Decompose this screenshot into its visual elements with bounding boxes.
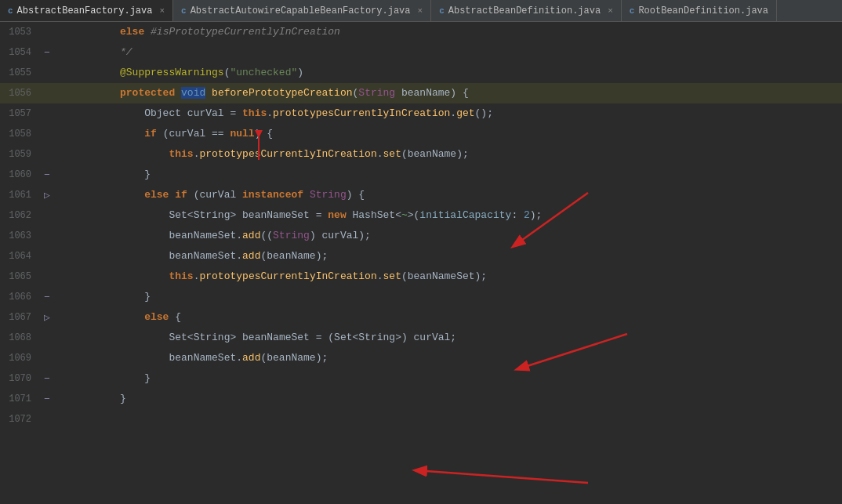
line-number: 1068: [0, 332, 39, 343]
tab-root-bean-definition[interactable]: c RootBeanDefinition.java: [622, 0, 777, 21]
tab-label-2: AbstractBeanDefinition.java: [448, 5, 601, 16]
tab-icon-1: c: [181, 6, 187, 16]
tab-bar: c AbstractBeanFactory.java × c AbstractA…: [0, 0, 842, 22]
tab-close-0[interactable]: ×: [159, 6, 165, 16]
line-number: 1057: [0, 108, 39, 119]
line-number: 1060: [0, 169, 39, 180]
table-row: 1071 − }: [0, 389, 842, 409]
tab-abstract-bean-definition[interactable]: c AbstractBeanDefinition.java ×: [431, 0, 622, 21]
tab-icon-3: c: [630, 6, 635, 16]
line-number: 1069: [0, 353, 39, 364]
gutter-icon: ▷: [39, 311, 55, 324]
tab-icon-0: c: [8, 6, 13, 16]
line-number: 1065: [0, 271, 39, 282]
line-number: 1063: [0, 230, 39, 241]
line-number: 1062: [0, 210, 39, 221]
tab-close-2[interactable]: ×: [608, 6, 613, 16]
svg-line-3: [416, 470, 588, 483]
gutter-icon: −: [39, 373, 55, 385]
line-number: 1066: [0, 292, 39, 303]
gutter-icon: −: [39, 47, 55, 59]
line-number: 1072: [0, 414, 39, 425]
tab-label-0: AbstractBeanFactory.java: [17, 5, 153, 16]
tab-close-1[interactable]: ×: [418, 6, 423, 16]
line-number: 1071: [0, 393, 39, 404]
tab-icon-2: c: [439, 6, 445, 16]
editor-area: 1053 else #isPrototypeCurrentlyInCreatio…: [0, 22, 842, 504]
line-number: 1053: [0, 27, 39, 38]
tab-abstract-bean-factory[interactable]: c AbstractBeanFactory.java ×: [0, 0, 173, 21]
tab-abstract-autowire[interactable]: c AbstractAutowireCapableBeanFactory.jav…: [173, 0, 431, 21]
gutter-icon: ▷: [39, 189, 55, 201]
line-number: 1070: [0, 373, 39, 384]
gutter-icon: −: [39, 292, 55, 303]
gutter-icon: −: [39, 169, 55, 181]
line-number: 1061: [0, 190, 39, 201]
line-number: 1059: [0, 149, 39, 160]
line-number: 1058: [0, 129, 39, 140]
line-number: 1056: [0, 88, 39, 99]
tab-label-3: RootBeanDefinition.java: [638, 5, 768, 16]
line-number: 1054: [0, 47, 39, 58]
line-number: 1067: [0, 312, 39, 323]
code-line: [55, 409, 842, 430]
line-number: 1064: [0, 251, 39, 262]
line-number: 1055: [0, 67, 39, 78]
table-row: 1072: [0, 409, 842, 430]
tab-label-1: AbstractAutowireCapableBeanFactory.java: [191, 5, 411, 16]
gutter-icon: −: [39, 393, 55, 405]
